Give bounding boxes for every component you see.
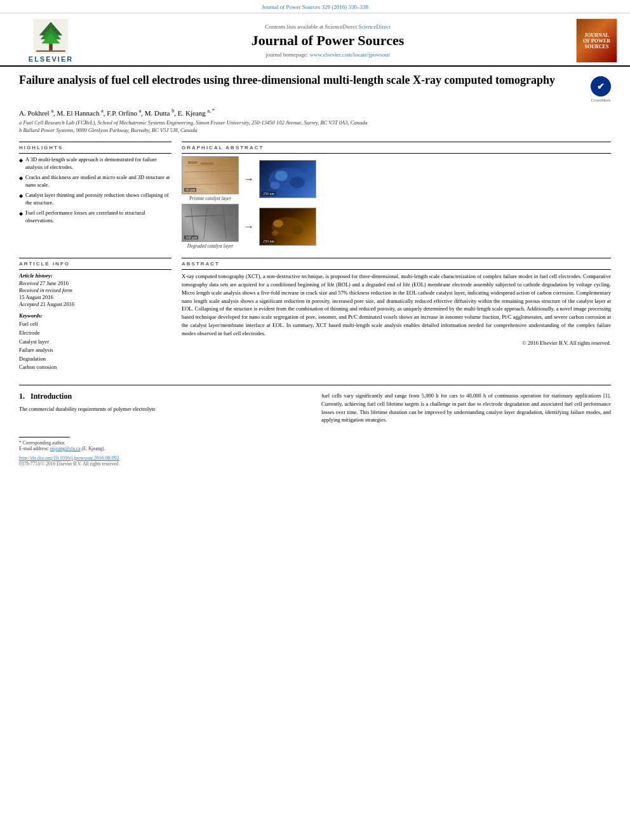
elsevier-tree-icon [32,19,70,54]
highlights-divider [19,142,171,142]
accepted-row: Accepted 21 August 2016 [19,301,171,307]
ga-3d-pristine: 250 nm [259,160,316,198]
bullet-3: ◆ [19,192,23,199]
highlight-text-1: A 3D multi-length scale approach is demo… [25,156,171,171]
top-bar: Journal of Power Sources 329 (2016) 330–… [0,0,630,13]
keyword-3: Catalyst layer [19,338,171,347]
keyword-2: Electrode [19,329,171,338]
intro-left-text: The commercial durability requirements o… [19,405,309,413]
elsevier-logo: ELSEVIER [13,19,89,63]
intro-number: 1. [19,392,25,401]
abstract-divider-2 [182,269,611,270]
bullet-1: ◆ [19,157,23,164]
affiliation-a: a Fuel Cell Research Lab (FCReL), School… [19,119,611,127]
info-abstract-section: ARTICLE INFO Article history: Received 2… [19,255,611,372]
doi-section: http://dx.doi.org/10.1016/j.jpowsour.201… [0,451,630,467]
revised-date: 15 August 2016 [19,294,171,300]
article-title-section: Failure analysis of fuel cell electrodes… [19,73,611,103]
corresponding-author: * Corresponding author. [19,440,611,446]
highlight-text-3: Catalyst layer thinning and porosity red… [25,192,171,207]
svg-point-16 [290,177,305,188]
intro-left: 1. Introduction The commercial durabilit… [19,392,309,424]
ga-arrow-degraded: → [244,221,254,232]
article-info-section: ARTICLE INFO Article history: Received 2… [19,255,171,372]
intro-heading: 1. Introduction [19,392,309,401]
svg-rect-5 [36,50,65,51]
keywords-section: Keywords: Fuel cell Electrode Catalyst l… [19,312,171,372]
svg-point-17 [270,182,280,189]
info-divider-2 [19,269,171,270]
sciencedirect-info: Contents lists available at ScienceDirec… [89,23,566,30]
highlights-list: ◆ A 3D multi-length scale approach is de… [19,156,171,224]
ga-col-micro-pristine: 50 μm [182,156,239,201]
keyword-4: Failure analysis [19,346,171,355]
ga-micro-pristine: 50 μm [182,156,239,194]
abstract-section: ABSTRACT X-ray computed tomography (XCT)… [182,255,611,372]
journal-title: Journal of Power Sources [89,32,566,49]
received-label: Received [19,280,39,286]
keyword-1: Fuel cell [19,320,171,329]
ga-row-pristine: 50 μm [182,156,611,201]
article-info: Article history: Received 27 June 2016 R… [19,272,171,307]
intro-right-text: fuel cells vary significantly and range … [321,392,611,424]
bullet-4: ◆ [19,210,23,217]
abstract-divider [182,258,611,258]
svg-rect-1 [49,43,53,50]
revised-label: Received in revised form [19,287,72,293]
svg-rect-12 [201,163,213,164]
ga-divider [182,142,611,142]
ga-arrow-pristine: → [244,173,254,185]
email-link[interactable]: ekjeang@sfu.ca [50,446,81,451]
accepted-date: 21 August 2016 [40,301,74,307]
journal-homepage: journal homepage: www.elsevier.com/locat… [89,51,566,58]
revised-row: Received in revised form [19,287,171,293]
highlights-abstract-section: HIGHLIGHTS ◆ A 3D multi-length scale app… [19,139,611,249]
elsevier-label: ELSEVIER [29,55,73,63]
footnote-line [19,437,70,437]
keyword-6: Carbon corrosion [19,363,171,372]
ga-row-degraded: 100 μm Degraded catalyst layer [182,204,611,249]
journal-header: ELSEVIER Contents lists available at Sci… [0,13,630,67]
doi-link[interactable]: http://dx.doi.org/10.1016/j.jpowsour.201… [19,455,119,461]
ga-divider-2 [182,153,611,154]
elsevier-branding: ELSEVIER [13,19,89,63]
ga-micro-degraded: 100 μm [182,204,239,242]
highlight-text-2: Cracks and thickness are studied at micr… [25,174,171,189]
crossmark-icon: ✔ [591,76,611,97]
introduction-section: 1. Introduction The commercial durabilit… [0,385,630,430]
ga-3d-degraded: 250 nm [259,208,316,246]
homepage-url[interactable]: www.elsevier.com/locate/jpowsour [310,51,390,58]
email-name: (E. Kjeang). [82,446,105,451]
keywords-title: Keywords: [19,312,171,319]
issn-text: 0378-7753/© 2016 Elsevier B.V. All right… [19,461,611,467]
ga-title: GRAPHICAL ABSTRACT [182,145,611,150]
svg-rect-11 [188,161,198,164]
sciencedirect-link[interactable]: ScienceDirect [358,23,390,30]
graphical-abstract: 50 μm [182,156,611,249]
journal-cover-image: JOURNALOF POWERSOURCES [576,18,617,63]
author-list: A. Pokhrel a, M. El Hannach a, F.P. Orfi… [19,109,215,117]
svg-point-26 [292,225,303,234]
highlight-item-3: ◆ Catalyst layer thinning and porosity r… [19,192,171,207]
footnote-section: * Corresponding author. E-mail address: … [0,437,630,451]
article-info-title: ARTICLE INFO [19,261,171,267]
ga-degraded-label: Degraded catalyst layer [187,243,233,249]
abstract-text: X-ray computed tomography (XCT), a non-d… [182,272,611,337]
graphical-abstract-section: GRAPHICAL ABSTRACT 50 μm [182,139,611,249]
ga-col-3d-pristine: 250 nm [259,160,316,198]
affiliations: a Fuel Cell Research Lab (FCReL), School… [19,119,611,135]
intro-title: Introduction [30,392,72,401]
highlights-title: HIGHLIGHTS [19,145,171,150]
highlight-item-1: ◆ A 3D multi-length scale approach is de… [19,156,171,171]
received-row: Received 27 June 2016 [19,280,171,286]
highlight-item-4: ◆ Fuel cell performance losses are corre… [19,210,171,225]
accepted-label: Accepted [19,301,39,307]
received-date: 27 June 2016 [40,280,69,286]
abstract-title: ABSTRACT [182,261,611,267]
intro-right: fuel cells vary significantly and range … [321,392,611,424]
email-footnote: E-mail address: ekjeang@sfu.ca (E. Kjean… [19,446,611,451]
ga-col-3d-degraded: 250 nm [259,208,316,246]
highlight-text-4: Fuel cell performance losses are correla… [25,210,171,225]
authors: A. Pokhrel a, M. El Hannach a, F.P. Orfi… [19,108,611,117]
affiliation-b: b Ballard Power Systems, 9000 Glenlyon P… [19,127,611,135]
